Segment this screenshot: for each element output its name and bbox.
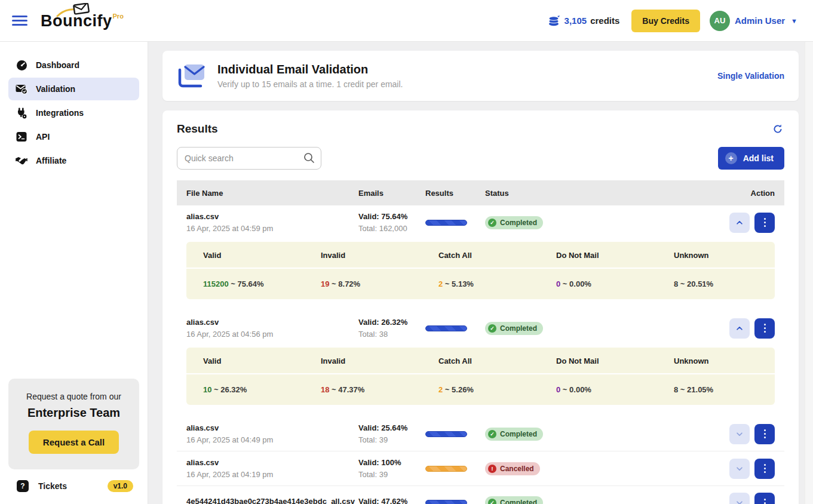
status-badge: ✓Completed bbox=[485, 496, 543, 504]
search-input[interactable] bbox=[177, 147, 321, 170]
sub-column-header: Unknown bbox=[657, 242, 775, 268]
sub-column-header: Valid bbox=[186, 242, 304, 268]
progress-bar bbox=[425, 466, 467, 472]
tickets-label: Tickets bbox=[38, 481, 67, 491]
app-window: Bouncify Pro 3,105 credits Buy Credits A… bbox=[0, 0, 813, 504]
table-header-row: File Name Emails Results Status Action bbox=[177, 180, 784, 205]
donotmail-detail: 0 ~ 0.00% bbox=[539, 269, 657, 299]
status-badge: ✓Completed bbox=[485, 216, 543, 229]
row-details-panel: Valid Invalid Catch All Do Not Mail Unkn… bbox=[186, 242, 775, 299]
sidebar-item-label: Affiliate bbox=[36, 156, 66, 165]
scrollbar-track[interactable] bbox=[805, 42, 813, 504]
sidebar-item-dashboard[interactable]: Dashboard bbox=[8, 54, 139, 76]
page-subtitle: Verify up to 15 emails at a time. 1 cred… bbox=[217, 79, 403, 89]
buy-credits-button[interactable]: Buy Credits bbox=[631, 10, 700, 32]
valid-percent: Valid: 75.64% bbox=[358, 212, 425, 221]
avatar: AU bbox=[710, 11, 730, 31]
results-title: Results bbox=[177, 122, 218, 136]
credits-indicator: 3,105 credits bbox=[548, 15, 620, 27]
file-date: 16 Apr, 2025 at 04:49 pm bbox=[186, 435, 358, 444]
donotmail-detail: 0 ~ 0.00% bbox=[539, 374, 657, 405]
dashboard-icon bbox=[16, 59, 27, 71]
row-menu-button[interactable] bbox=[754, 318, 775, 339]
chevron-down-icon: ▼ bbox=[791, 17, 797, 24]
table-row: alias.csv 16 Apr, 2025 at 04:59 pm Valid… bbox=[177, 205, 784, 239]
results-card: Results + Add list bbox=[162, 110, 799, 504]
expand-row-button[interactable] bbox=[729, 459, 750, 479]
unknown-detail: 8 ~ 21.05% bbox=[657, 374, 775, 405]
total-count: Total: 162,000 bbox=[358, 224, 425, 233]
check-icon: ✓ bbox=[488, 430, 496, 438]
brand-suffix: Pro bbox=[113, 13, 124, 20]
table-row: alias.csv 16 Apr, 2025 at 04:49 pm Valid… bbox=[177, 417, 784, 451]
file-name: alias.csv bbox=[186, 318, 358, 327]
add-list-button[interactable]: + Add list bbox=[718, 147, 784, 170]
sub-column-header: Do Not Mail bbox=[539, 242, 657, 268]
sidebar-item-affiliate[interactable]: Affiliate bbox=[8, 149, 139, 172]
invalid-detail: 19 ~ 8.72% bbox=[304, 269, 422, 299]
total-count: Total: 38 bbox=[358, 330, 425, 339]
sub-column-header: Do Not Mail bbox=[539, 348, 657, 373]
check-icon: ✓ bbox=[488, 324, 496, 333]
expand-row-button[interactable] bbox=[729, 424, 750, 444]
terminal-icon bbox=[16, 131, 27, 143]
coins-icon bbox=[548, 15, 561, 27]
sidebar-item-label: Dashboard bbox=[36, 60, 79, 70]
main-content: Individual Email Validation Verify up to… bbox=[148, 42, 813, 504]
file-date: 16 Apr, 2025 at 04:56 pm bbox=[186, 330, 358, 339]
total-count: Total: 39 bbox=[358, 470, 425, 479]
tickets-row[interactable]: ? Tickets v1.0 bbox=[8, 469, 139, 496]
row-menu-button[interactable] bbox=[754, 459, 775, 479]
check-icon: ✓ bbox=[488, 219, 496, 227]
file-name: alias.csv bbox=[186, 458, 358, 467]
collapse-row-button[interactable] bbox=[729, 213, 750, 233]
brand-logo[interactable]: Bouncify Pro bbox=[41, 13, 124, 29]
file-date: 16 Apr, 2025 at 04:59 pm bbox=[186, 224, 358, 233]
sidebar-item-api[interactable]: API bbox=[8, 125, 139, 148]
catchall-detail: 2 ~ 5.13% bbox=[422, 269, 539, 299]
row-menu-button[interactable] bbox=[754, 424, 775, 444]
valid-percent: Valid: 100% bbox=[358, 458, 425, 467]
file-name: alias.csv bbox=[186, 423, 358, 432]
refresh-icon[interactable] bbox=[771, 122, 784, 137]
version-badge: v1.0 bbox=[108, 480, 133, 492]
sub-column-header: Invalid bbox=[304, 348, 422, 373]
column-header: Status bbox=[485, 189, 709, 198]
sub-column-header: Unknown bbox=[657, 348, 775, 373]
valid-detail: 115200 ~ 75.64% bbox=[186, 269, 304, 299]
valid-percent: Valid: 25.64% bbox=[358, 423, 425, 432]
sidebar-item-validation[interactable]: Validation bbox=[8, 78, 139, 100]
table-row: alias.csv 16 Apr, 2025 at 04:19 pm Valid… bbox=[177, 451, 784, 486]
column-header: Action bbox=[709, 189, 775, 198]
search-icon bbox=[303, 152, 315, 167]
plus-icon: + bbox=[725, 152, 737, 164]
row-menu-button[interactable] bbox=[754, 213, 775, 233]
single-validation-link[interactable]: Single Validation bbox=[717, 71, 784, 81]
user-name: Admin User bbox=[735, 16, 785, 26]
sidebar-item-integrations[interactable]: Integrations bbox=[8, 102, 139, 124]
expand-row-button[interactable] bbox=[729, 493, 750, 504]
status-badge: !Cancelled bbox=[485, 462, 540, 475]
user-menu[interactable]: AU Admin User ▼ bbox=[710, 11, 797, 31]
file-name: 4e544241d43bae0c273b4ae414e3ebdc_all.csv bbox=[186, 497, 358, 504]
enterprise-line1: Request a quote from our bbox=[17, 392, 131, 401]
logo-envelope-icon bbox=[56, 3, 98, 19]
row-menu-button[interactable] bbox=[754, 493, 775, 504]
sidebar-item-label: Integrations bbox=[36, 108, 84, 118]
page-title: Individual Email Validation bbox=[217, 63, 403, 76]
enterprise-line2: Enterprise Team bbox=[17, 406, 131, 420]
status-badge: ✓Completed bbox=[485, 428, 543, 441]
handshake-icon bbox=[16, 155, 27, 167]
column-header: Results bbox=[425, 189, 485, 198]
catchall-detail: 2 ~ 5.26% bbox=[422, 374, 539, 405]
sub-column-header: Catch All bbox=[422, 242, 539, 268]
request-call-button[interactable]: Request a Call bbox=[29, 431, 119, 454]
status-badge: ✓Completed bbox=[485, 322, 543, 335]
menu-icon[interactable] bbox=[12, 16, 27, 26]
sidebar: Dashboard Validation Integrations API bbox=[0, 42, 148, 504]
page-header-card: Individual Email Validation Verify up to… bbox=[162, 51, 799, 101]
valid-percent: Valid: 47.62% bbox=[358, 497, 425, 504]
invalid-detail: 18 ~ 47.37% bbox=[304, 374, 422, 405]
collapse-row-button[interactable] bbox=[729, 318, 750, 339]
sub-column-header: Valid bbox=[186, 348, 304, 373]
